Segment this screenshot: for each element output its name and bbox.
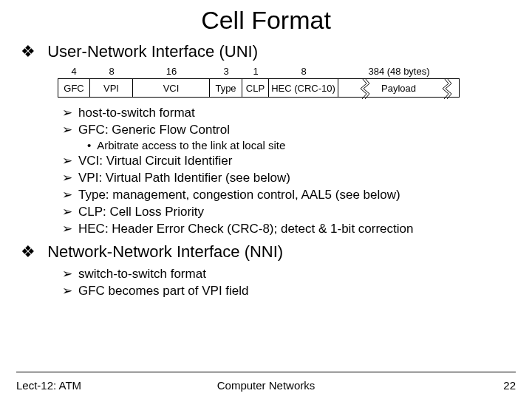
field-vci: VCI — [133, 78, 210, 98]
uni-heading-text: User-Network Interface (UNI) — [47, 42, 258, 61]
bits-vpi: 8 — [90, 66, 133, 77]
sub-list: Arbitrate access to the link at local si… — [87, 139, 516, 151]
uni-bullets: host-to-switch format GFC: Generic Flow … — [62, 105, 516, 236]
list-item-text: switch-to-switch format — [78, 267, 206, 281]
list-item: Arbitrate access to the link at local si… — [87, 139, 516, 151]
slide: Cell Format User-Network Interface (UNI)… — [0, 0, 532, 399]
field-type: Type — [210, 78, 242, 98]
list-item-text: GFC becomes part of VPI field — [78, 284, 249, 298]
list-item: GFC: Generic Flow Control — [62, 122, 516, 137]
list-item-text: GFC: Generic Flow Control — [78, 123, 230, 137]
list-item: switch-to-switch format — [62, 266, 516, 282]
field-gfc: GFC — [58, 78, 90, 98]
bits-gfc: 4 — [58, 66, 90, 77]
bits-clp: 1 — [242, 66, 269, 77]
footer-divider — [16, 372, 516, 372]
list-item-text: host-to-switch format — [78, 106, 195, 120]
bits-hec: 8 — [269, 66, 338, 77]
nni-bullets: switch-to-switch format GFC becomes part… — [62, 266, 516, 299]
list-item-text: Type: management, congestion control, AA… — [78, 188, 400, 202]
footer-center: Computer Networks — [16, 379, 516, 392]
field-vpi: VPI — [90, 78, 133, 98]
list-item-text: HEC: Header Error Check (CRC-8); detect … — [78, 222, 413, 236]
field-payload: Payload — [338, 78, 460, 98]
list-item: VCI: Virtual Circuit Identifier — [62, 153, 516, 168]
break-mark-left-icon — [359, 78, 369, 99]
footer: Lect-12: ATM Computer Networks 22 — [16, 379, 516, 392]
bits-payload: 384 (48 bytes) — [338, 66, 460, 77]
list-item-text: CLP: Cell Loss Priority — [78, 205, 204, 219]
list-item: VPI: Virtual Path Identifier (see below) — [62, 170, 516, 185]
break-mark-right-icon — [441, 78, 451, 99]
field-clp: CLP — [242, 78, 269, 98]
cell-format-diagram: GFC VPI VCI Type CLP HEC (CRC-10) Payloa… — [58, 78, 516, 98]
page-title: Cell Format — [16, 6, 516, 35]
list-item-text: VPI: Virtual Path Identifier (see below) — [78, 171, 290, 185]
bits-vci: 16 — [133, 66, 210, 77]
section-nni-heading: Network-Network Interface (NNI) — [21, 242, 516, 262]
list-item-text: Arbitrate access to the link at local si… — [97, 139, 285, 151]
field-hec: HEC (CRC-10) — [269, 78, 338, 98]
list-item: host-to-switch format — [62, 105, 516, 120]
list-item-text: VCI: Virtual Circuit Identifier — [78, 154, 232, 168]
field-payload-label: Payload — [381, 83, 416, 94]
bit-width-row: 4 8 16 3 1 8 384 (48 bytes) — [58, 66, 516, 77]
section-uni-heading: User-Network Interface (UNI) — [21, 42, 516, 61]
bits-type: 3 — [210, 66, 242, 77]
list-item: GFC becomes part of VPI field — [62, 283, 516, 299]
list-item: Type: management, congestion control, AA… — [62, 187, 516, 202]
list-item: HEC: Header Error Check (CRC-8); detect … — [62, 221, 516, 236]
nni-heading-text: Network-Network Interface (NNI) — [47, 242, 283, 261]
list-item: CLP: Cell Loss Priority — [62, 204, 516, 219]
